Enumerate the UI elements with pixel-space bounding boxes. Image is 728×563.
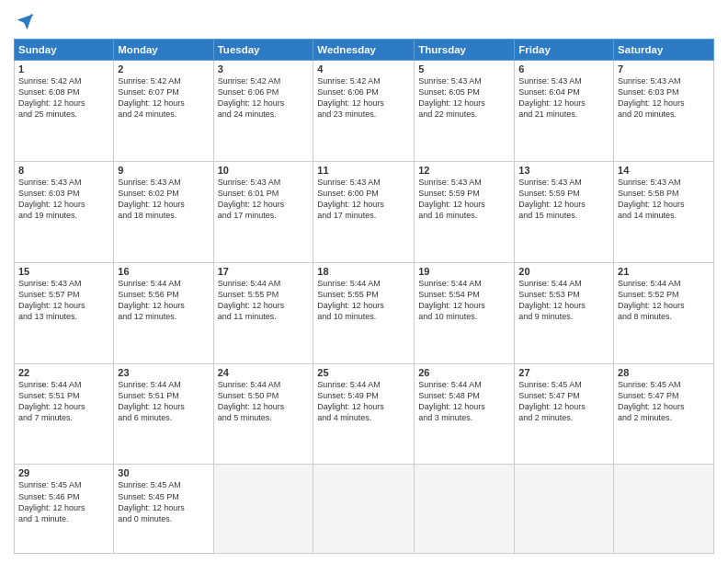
day-info: Sunrise: 5:43 AM Sunset: 5:59 PM Dayligh… (518, 177, 609, 222)
weekday-header-cell: Wednesday (313, 40, 415, 61)
day-info: Sunrise: 5:43 AM Sunset: 6:02 PM Dayligh… (118, 177, 209, 222)
logo (14, 13, 34, 31)
weekday-header-row: SundayMondayTuesdayWednesdayThursdayFrid… (15, 40, 714, 61)
day-info: Sunrise: 5:45 AM Sunset: 5:47 PM Dayligh… (518, 379, 609, 424)
day-number: 18 (317, 266, 410, 277)
calendar-day-cell: 16Sunrise: 5:44 AM Sunset: 5:56 PM Dayli… (114, 262, 213, 363)
day-info: Sunrise: 5:42 AM Sunset: 6:06 PM Dayligh… (317, 75, 410, 121)
calendar-day-cell: 6Sunrise: 5:43 AM Sunset: 6:04 PM Daylig… (515, 61, 614, 162)
calendar-week-row: 8Sunrise: 5:43 AM Sunset: 6:03 PM Daylig… (15, 161, 714, 262)
page: SundayMondayTuesdayWednesdayThursdayFrid… (0, 0, 728, 563)
day-number: 30 (118, 467, 209, 478)
day-number: 14 (618, 165, 710, 176)
calendar-day-cell: 7Sunrise: 5:43 AM Sunset: 6:03 PM Daylig… (614, 61, 714, 162)
calendar-day-cell: 24Sunrise: 5:44 AM Sunset: 5:50 PM Dayli… (213, 363, 313, 465)
calendar-table: SundayMondayTuesdayWednesdayThursdayFrid… (14, 39, 714, 554)
day-number: 4 (317, 63, 410, 75)
day-number: 25 (317, 367, 410, 378)
day-number: 19 (418, 266, 510, 277)
day-number: 16 (118, 266, 209, 277)
day-number: 24 (218, 367, 310, 378)
calendar-day-cell: 5Sunrise: 5:43 AM Sunset: 6:05 PM Daylig… (415, 61, 515, 162)
day-number: 12 (418, 165, 510, 176)
header (14, 9, 714, 31)
day-info: Sunrise: 5:44 AM Sunset: 5:49 PM Dayligh… (317, 379, 410, 424)
day-number: 28 (618, 367, 710, 378)
day-number: 15 (18, 266, 109, 277)
calendar-week-row: 15Sunrise: 5:43 AM Sunset: 5:57 PM Dayli… (15, 262, 714, 363)
day-info: Sunrise: 5:43 AM Sunset: 5:57 PM Dayligh… (18, 278, 109, 323)
day-number: 3 (218, 63, 310, 75)
day-info: Sunrise: 5:44 AM Sunset: 5:54 PM Dayligh… (418, 278, 510, 323)
calendar-day-cell: 18Sunrise: 5:44 AM Sunset: 5:55 PM Dayli… (313, 262, 415, 363)
calendar-day-cell: 15Sunrise: 5:43 AM Sunset: 5:57 PM Dayli… (15, 262, 114, 363)
day-info: Sunrise: 5:43 AM Sunset: 6:03 PM Dayligh… (18, 177, 109, 222)
calendar-day-cell: 27Sunrise: 5:45 AM Sunset: 5:47 PM Dayli… (515, 363, 614, 465)
day-info: Sunrise: 5:44 AM Sunset: 5:48 PM Dayligh… (418, 379, 510, 424)
calendar-day-cell: 4Sunrise: 5:42 AM Sunset: 6:06 PM Daylig… (313, 61, 415, 162)
weekday-header-cell: Tuesday (213, 40, 313, 61)
day-number: 10 (218, 165, 310, 176)
day-info: Sunrise: 5:44 AM Sunset: 5:50 PM Dayligh… (218, 379, 310, 424)
weekday-header-cell: Saturday (614, 40, 714, 61)
calendar-day-cell: 28Sunrise: 5:45 AM Sunset: 5:47 PM Dayli… (614, 363, 714, 465)
calendar-day-cell (213, 465, 313, 554)
day-info: Sunrise: 5:45 AM Sunset: 5:45 PM Dayligh… (118, 479, 209, 524)
day-number: 1 (18, 63, 109, 75)
calendar-day-cell: 11Sunrise: 5:43 AM Sunset: 6:00 PM Dayli… (313, 161, 415, 262)
day-number: 5 (418, 63, 510, 75)
calendar-day-cell: 17Sunrise: 5:44 AM Sunset: 5:55 PM Dayli… (213, 262, 313, 363)
calendar-day-cell: 29Sunrise: 5:45 AM Sunset: 5:46 PM Dayli… (15, 465, 114, 554)
calendar-day-cell: 10Sunrise: 5:43 AM Sunset: 6:01 PM Dayli… (213, 161, 313, 262)
calendar-day-cell (415, 465, 515, 554)
day-number: 29 (18, 467, 109, 478)
day-number: 26 (418, 367, 510, 378)
day-number: 8 (18, 165, 109, 176)
day-info: Sunrise: 5:43 AM Sunset: 6:03 PM Dayligh… (618, 75, 710, 121)
logo-bird-icon (16, 13, 34, 31)
calendar-day-cell: 21Sunrise: 5:44 AM Sunset: 5:52 PM Dayli… (614, 262, 714, 363)
day-info: Sunrise: 5:44 AM Sunset: 5:52 PM Dayligh… (618, 278, 710, 323)
day-number: 21 (618, 266, 710, 277)
day-number: 7 (618, 63, 710, 75)
calendar-week-row: 1Sunrise: 5:42 AM Sunset: 6:08 PM Daylig… (15, 61, 714, 162)
day-info: Sunrise: 5:44 AM Sunset: 5:51 PM Dayligh… (118, 379, 209, 424)
day-number: 9 (118, 165, 209, 176)
calendar-day-cell: 23Sunrise: 5:44 AM Sunset: 5:51 PM Dayli… (114, 363, 213, 465)
day-number: 17 (218, 266, 310, 277)
calendar-day-cell (515, 465, 614, 554)
calendar-day-cell: 19Sunrise: 5:44 AM Sunset: 5:54 PM Dayli… (415, 262, 515, 363)
day-info: Sunrise: 5:43 AM Sunset: 6:01 PM Dayligh… (218, 177, 310, 222)
calendar-day-cell: 25Sunrise: 5:44 AM Sunset: 5:49 PM Dayli… (313, 363, 415, 465)
weekday-header-cell: Friday (515, 40, 614, 61)
day-number: 23 (118, 367, 209, 378)
day-info: Sunrise: 5:43 AM Sunset: 5:59 PM Dayligh… (418, 177, 510, 222)
calendar-day-cell: 8Sunrise: 5:43 AM Sunset: 6:03 PM Daylig… (15, 161, 114, 262)
day-number: 13 (518, 165, 609, 176)
day-info: Sunrise: 5:42 AM Sunset: 6:08 PM Dayligh… (18, 75, 109, 121)
calendar-week-row: 22Sunrise: 5:44 AM Sunset: 5:51 PM Dayli… (15, 363, 714, 465)
day-info: Sunrise: 5:43 AM Sunset: 6:05 PM Dayligh… (418, 75, 510, 121)
day-number: 27 (518, 367, 609, 378)
day-info: Sunrise: 5:43 AM Sunset: 6:00 PM Dayligh… (317, 177, 410, 222)
calendar-day-cell: 12Sunrise: 5:43 AM Sunset: 5:59 PM Dayli… (415, 161, 515, 262)
day-info: Sunrise: 5:42 AM Sunset: 6:06 PM Dayligh… (218, 75, 310, 121)
day-number: 11 (317, 165, 410, 176)
calendar-day-cell: 3Sunrise: 5:42 AM Sunset: 6:06 PM Daylig… (213, 61, 313, 162)
calendar-day-cell: 13Sunrise: 5:43 AM Sunset: 5:59 PM Dayli… (515, 161, 614, 262)
weekday-header-cell: Monday (114, 40, 213, 61)
weekday-header-cell: Thursday (415, 40, 515, 61)
weekday-header-cell: Sunday (15, 40, 114, 61)
day-info: Sunrise: 5:44 AM Sunset: 5:56 PM Dayligh… (118, 278, 209, 323)
calendar-day-cell: 30Sunrise: 5:45 AM Sunset: 5:45 PM Dayli… (114, 465, 213, 554)
day-info: Sunrise: 5:44 AM Sunset: 5:55 PM Dayligh… (218, 278, 310, 323)
calendar-day-cell: 20Sunrise: 5:44 AM Sunset: 5:53 PM Dayli… (515, 262, 614, 363)
day-info: Sunrise: 5:43 AM Sunset: 6:04 PM Dayligh… (518, 75, 609, 121)
calendar-day-cell: 14Sunrise: 5:43 AM Sunset: 5:58 PM Dayli… (614, 161, 714, 262)
day-number: 20 (518, 266, 609, 277)
calendar-day-cell: 2Sunrise: 5:42 AM Sunset: 6:07 PM Daylig… (114, 61, 213, 162)
calendar-body: 1Sunrise: 5:42 AM Sunset: 6:08 PM Daylig… (15, 61, 714, 554)
day-info: Sunrise: 5:45 AM Sunset: 5:46 PM Dayligh… (18, 479, 109, 524)
day-info: Sunrise: 5:44 AM Sunset: 5:53 PM Dayligh… (518, 278, 609, 323)
calendar-day-cell: 1Sunrise: 5:42 AM Sunset: 6:08 PM Daylig… (15, 61, 114, 162)
